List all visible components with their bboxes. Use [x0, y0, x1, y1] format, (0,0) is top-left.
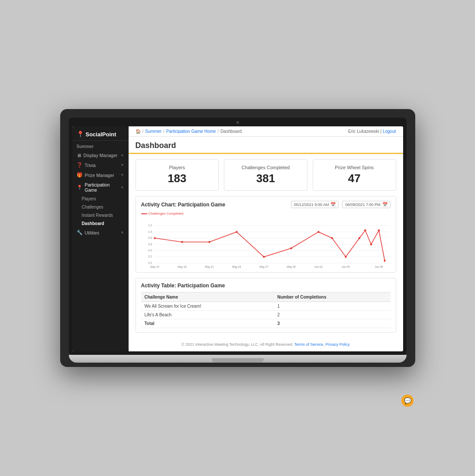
chart-area: Challenges Completed 1.2 1.0 0.8 0.6 0.4… [141, 212, 391, 268]
svg-text:May 21: May 21 [205, 265, 214, 269]
chevron-icon: ▼ [121, 154, 124, 158]
stat-value-players: 183 [143, 172, 212, 185]
activity-table: Challenge Name Number of Completions We … [141, 292, 391, 328]
svg-text:May 15: May 15 [150, 265, 159, 269]
utilities-icon: 🔧 [77, 230, 83, 235]
table-total-row: Total 3 [141, 319, 391, 328]
topbar-user-area: Eric Lukazewski | Logout [348, 129, 396, 134]
sidebar-item-label: Utilities [85, 230, 100, 235]
breadcrumb: 🏠 / Summer / Participation Game Home / D… [136, 129, 242, 134]
total-label: Total [141, 319, 274, 328]
svg-point-23 [358, 237, 360, 239]
chat-icon: 💬 [404, 397, 411, 404]
challenge-name-2: Life's A Beach [141, 311, 274, 319]
table-header-row: Challenge Name Number of Completions [141, 293, 391, 302]
stat-card-challenges: Challenges Completed 381 [224, 159, 307, 191]
chevron-icon: ▼ [121, 163, 124, 167]
legend-line [141, 213, 147, 214]
col-challenge-name: Challenge Name [141, 293, 274, 302]
completions-1: 1 [274, 302, 390, 311]
chart-legend: Challenges Completed [141, 212, 391, 215]
table-row: We All Scream for Ice Cream! 1 [141, 302, 391, 311]
svg-point-17 [236, 231, 238, 233]
footer: © 2021 Interactive Meeting Technology, L… [129, 338, 403, 351]
stat-label-prize-spins: Prize Wheel Spins [320, 165, 389, 170]
footer-text: © 2021 Interactive Meeting Technology, L… [181, 342, 293, 347]
total-value: 3 [274, 319, 390, 328]
sidebar-item-label: Prize Manager [85, 173, 114, 178]
sidebar: 📍 SocialPoint Summer 🖥 Display Manager ▼… [72, 126, 129, 351]
svg-point-26 [378, 229, 380, 232]
sidebar-logo: 📍 SocialPoint [72, 126, 129, 141]
date-from-input[interactable]: 05/12/2021 9:00 AM 📅 [291, 201, 339, 208]
laptop-wrapper: 📍 SocialPoint Summer 🖥 Display Manager ▼… [60, 109, 415, 367]
logout-link[interactable]: Logout [383, 129, 396, 134]
user-name: Eric Lukazewski [348, 129, 379, 134]
sidebar-sub-dashboard[interactable]: Dashboard [72, 219, 129, 228]
svg-point-21 [331, 237, 333, 239]
activity-chart-section: Activity Chart: Participation Game 05/12… [136, 196, 396, 273]
svg-point-20 [317, 231, 320, 233]
stat-value-prize-spins: 47 [320, 172, 389, 185]
stat-label-players: Players [143, 165, 212, 170]
sidebar-item-trivia[interactable]: ❓ Trivia ▼ [72, 160, 129, 170]
screen-bezel: 📍 SocialPoint Summer 🖥 Display Manager ▼… [69, 118, 407, 355]
svg-text:1.2: 1.2 [148, 224, 152, 227]
svg-text:May 27: May 27 [259, 265, 268, 269]
svg-text:May 24: May 24 [232, 265, 241, 269]
stats-row: Players 183 Challenges Completed 381 Pri… [129, 154, 403, 196]
svg-point-18 [263, 256, 265, 258]
svg-text:0.0: 0.0 [148, 261, 152, 264]
legend-label: Challenges Completed [149, 212, 184, 215]
stat-card-prize-spins: Prize Wheel Spins 47 [313, 159, 396, 191]
col-completions: Number of Completions [274, 293, 390, 302]
svg-text:0.2: 0.2 [148, 255, 152, 258]
trivia-icon: ❓ [77, 162, 83, 168]
prize-manager-icon: 🎁 [77, 172, 83, 178]
svg-point-25 [370, 243, 372, 245]
sidebar-item-label: Trivia [85, 163, 96, 168]
svg-text:1.0: 1.0 [148, 230, 152, 233]
display-manager-icon: 🖥 [77, 153, 81, 158]
laptop-base [69, 355, 407, 363]
svg-point-22 [345, 256, 347, 258]
table-title: Activity Table: Participation Game [141, 283, 225, 289]
sidebar-item-display-manager[interactable]: 🖥 Display Manager ▼ [72, 151, 129, 160]
svg-point-15 [181, 241, 183, 243]
stat-label-challenges: Challenges Completed [231, 165, 300, 170]
svg-text:0.6: 0.6 [148, 243, 152, 246]
stat-value-challenges: 381 [231, 172, 300, 185]
sidebar-sub-players[interactable]: Players [72, 195, 129, 203]
breadcrumb-participation[interactable]: Participation Game Home [166, 129, 216, 134]
breadcrumb-current: Dashboard [220, 129, 242, 134]
svg-point-27 [384, 260, 386, 262]
sidebar-item-prize-manager[interactable]: 🎁 Prize Manager ▼ [72, 170, 129, 180]
topbar: 🏠 / Summer / Participation Game Home / D… [129, 126, 403, 137]
laptop-screen: 📍 SocialPoint Summer 🖥 Display Manager ▼… [72, 126, 403, 351]
chat-button[interactable]: 💬 [401, 395, 414, 407]
svg-text:0.8: 0.8 [148, 236, 152, 239]
table-row: Life's A Beach 2 [141, 311, 391, 319]
sidebar-sub-challenges[interactable]: Challenges [72, 203, 129, 211]
date-from-value: 05/12/2021 9:00 AM [294, 203, 329, 207]
privacy-policy-link[interactable]: Privacy Policy [326, 342, 350, 347]
sidebar-item-utilities[interactable]: 🔧 Utilities ▼ [72, 228, 129, 238]
date-to-input[interactable]: 06/09/2021 7:00 PM 📅 [342, 201, 390, 208]
svg-point-19 [290, 247, 292, 249]
svg-point-24 [364, 229, 366, 232]
calendar-icon: 📅 [330, 202, 336, 207]
sidebar-item-label: Display Manager [84, 153, 118, 158]
logo-pin-icon: 📍 [77, 131, 84, 138]
terms-of-service-link[interactable]: Terms of Service [294, 342, 323, 347]
sidebar-section-label: Summer [72, 141, 129, 151]
completions-2: 2 [274, 311, 390, 319]
sidebar-item-participation-game[interactable]: 📍 Participation Game ▼ [72, 180, 129, 195]
breadcrumb-summer[interactable]: Summer [145, 129, 162, 134]
date-controls: 05/12/2021 9:00 AM 📅 06/09/2021 7:00 PM … [291, 201, 391, 208]
table-header: Activity Table: Participation Game [141, 283, 391, 289]
sidebar-sub-instant-rewards[interactable]: Instant Rewards [72, 211, 129, 219]
page-header: Dashboard [129, 137, 403, 154]
home-icon[interactable]: 🏠 [136, 129, 141, 134]
participation-game-icon: 📍 [77, 185, 83, 190]
sidebar-item-label: Participation Game [85, 182, 119, 193]
